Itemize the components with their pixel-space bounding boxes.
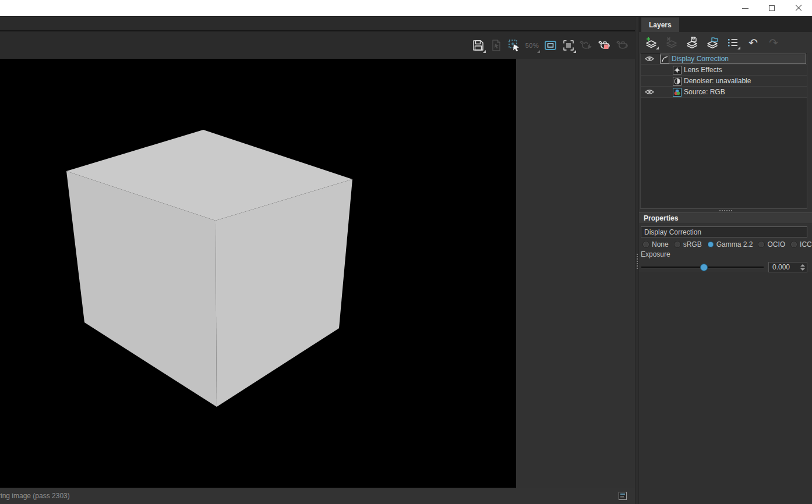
lens-effects-icon [673, 66, 682, 74]
layer-options-icon [726, 36, 740, 49]
close-icon [795, 5, 802, 12]
radio-gamma-2-2[interactable]: Gamma 2.2 [707, 240, 753, 249]
stop-render-icon [597, 38, 612, 52]
minimize-icon [742, 8, 749, 9]
spinner-up-icon[interactable] [800, 264, 805, 267]
side-panel-empty [639, 272, 812, 504]
save-image-icon [471, 38, 485, 52]
display-correction-modes: None sRGB Gamma 2.2 OCIO ICC [642, 240, 812, 249]
layer-label: Denoiser: unavailable [684, 77, 751, 85]
layer-row-lens-effects[interactable]: Lens Effects [641, 65, 807, 76]
eye-icon [645, 56, 654, 62]
menu-strip [0, 17, 635, 31]
pick-pixel-button[interactable] [487, 36, 505, 55]
render-last-icon [579, 38, 594, 52]
status-bar: ring image (pass 2303) [0, 488, 635, 504]
render-viewport [0, 59, 635, 488]
region-render-icon [507, 38, 521, 52]
radio-ocio[interactable]: OCIO [758, 240, 785, 249]
region-render-button[interactable] [505, 36, 523, 55]
main-toolbar: 50% [0, 31, 635, 59]
close-button[interactable] [785, 0, 812, 16]
stop-render-button[interactable] [595, 36, 613, 55]
radio-none[interactable]: None [642, 240, 669, 249]
log-icon-line [620, 494, 625, 495]
rendered-image [0, 59, 516, 488]
visibility-cell[interactable] [641, 56, 658, 62]
side-tabstrip: Layers [639, 17, 812, 32]
layer-options-button[interactable] [725, 34, 740, 51]
show-log-icon[interactable] [619, 492, 627, 500]
main-area: 50% [0, 17, 635, 504]
layer-label: Source: RGB [684, 88, 725, 96]
maximize-button[interactable] [758, 0, 785, 16]
app-body: 50% [0, 16, 812, 504]
log-icon-line [620, 498, 624, 498]
radio-label: OCIO [767, 240, 785, 249]
properties-header: Properties [639, 212, 812, 224]
layers-toolbar: ↶ ↷ [639, 32, 812, 53]
match-resolution-icon [562, 38, 576, 52]
render-icon [615, 38, 630, 52]
render-button[interactable] [613, 36, 631, 55]
maximize-icon [769, 5, 775, 11]
radio-circle [758, 241, 765, 248]
minimize-button[interactable] [732, 0, 758, 16]
radio-srgb[interactable]: sRGB [674, 240, 702, 249]
panel-splitter[interactable] [635, 17, 639, 504]
exposure-value: 0.000 [769, 263, 799, 271]
eye-icon [645, 89, 654, 95]
save-layer-tree-button[interactable] [684, 34, 700, 51]
radio-label: Gamma 2.2 [716, 240, 753, 249]
undo-button[interactable]: ↶ [746, 34, 761, 51]
visibility-cell[interactable] [641, 89, 658, 95]
splitter-grip [637, 254, 638, 269]
log-icon-line [620, 496, 624, 496]
exposure-slider-handle[interactable] [700, 264, 708, 271]
splitter-grip [719, 210, 732, 211]
add-layer-icon [644, 36, 658, 49]
source-rgb-icon [673, 88, 682, 97]
save-image-button[interactable] [469, 36, 487, 55]
layer-tree: Display Correction Lens Effects [640, 53, 807, 209]
save-layer-tree-icon [685, 36, 699, 49]
load-layer-tree-icon [705, 36, 719, 49]
add-layer-button[interactable] [644, 34, 659, 51]
radio-circle-selected [707, 241, 714, 248]
redo-button[interactable]: ↷ [766, 34, 781, 51]
radio-circle [642, 241, 649, 248]
layer-row-source-rgb[interactable]: Source: RGB [641, 87, 807, 98]
tab-layers[interactable]: Layers [641, 17, 679, 32]
status-text: ring image (pass 2303) [0, 492, 70, 500]
pick-pixel-icon [489, 38, 503, 52]
vfb-window: 50% [0, 0, 812, 504]
side-panel: Layers [639, 17, 812, 504]
exposure-slider[interactable] [641, 267, 764, 268]
load-layer-tree-button[interactable] [705, 34, 720, 51]
delete-layer-button[interactable] [664, 34, 679, 51]
render-last-button[interactable] [577, 36, 595, 55]
fit-image-icon [543, 38, 557, 52]
radio-label: sRGB [683, 240, 702, 249]
zoom-level-button[interactable]: 50% [523, 36, 541, 55]
layer-row-display-correction[interactable]: Display Correction [641, 54, 807, 65]
layer-label: Lens Effects [684, 66, 722, 74]
fit-image-button[interactable] [541, 36, 559, 55]
radio-icc[interactable]: ICC [790, 240, 812, 249]
match-resolution-button[interactable] [559, 36, 577, 55]
radio-label: ICC [800, 240, 812, 249]
exposure-control: 0.000 [641, 262, 807, 272]
exposure-label: Exposure [641, 250, 812, 258]
selection-outline [660, 54, 806, 64]
radio-label: None [652, 240, 669, 249]
zoom-level-label: 50% [525, 42, 539, 49]
titlebar [0, 0, 812, 16]
layer-name-field[interactable]: Display Correction [641, 226, 807, 237]
radio-circle [674, 241, 681, 248]
denoiser-icon [673, 77, 682, 86]
spinner-down-icon[interactable] [800, 268, 805, 271]
exposure-spinbox[interactable]: 0.000 [768, 262, 807, 272]
redo-icon: ↷ [769, 37, 778, 48]
cube-render [0, 59, 516, 488]
layer-row-denoiser[interactable]: Denoiser: unavailable [641, 76, 807, 87]
